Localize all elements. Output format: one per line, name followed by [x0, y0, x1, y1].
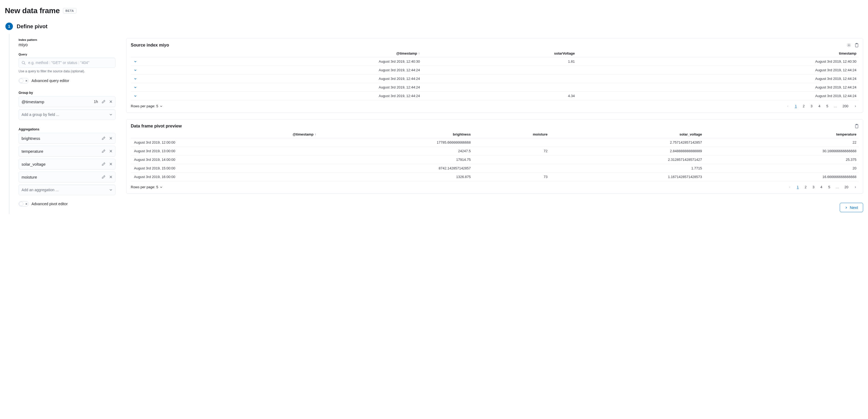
pencil-icon[interactable]	[102, 100, 105, 103]
arrow-up-icon: ↑	[314, 132, 316, 136]
cell: 1.7715	[550, 164, 704, 173]
cell: August 3rd 2019, 12:44:24	[577, 74, 859, 83]
cell	[473, 164, 550, 173]
close-icon[interactable]	[109, 137, 113, 140]
rows-per-page-select[interactable]: Rows per page: 5	[131, 185, 162, 189]
expand-row-button[interactable]	[134, 86, 138, 89]
table-row: August 3rd 2019, 12:40:301.81August 3rd …	[131, 57, 859, 66]
expand-row-button[interactable]	[134, 95, 138, 97]
pager-page[interactable]: 4	[818, 184, 825, 190]
advanced-pivot-label: Advanced pivot editor	[31, 202, 68, 206]
table-row: August 3rd 2019, 12:44:24August 3rd 2019…	[131, 66, 859, 74]
aggregation-chip: temperature	[19, 146, 116, 157]
step-number-badge: 1	[5, 23, 13, 30]
aggregations-add-field[interactable]: Add an aggregation ...	[19, 185, 116, 195]
column-header[interactable]: solar_voltage	[550, 131, 704, 138]
query-input-wrapper[interactable]	[19, 58, 116, 68]
chevron-down-icon	[160, 186, 162, 189]
pager-page[interactable]: 3	[810, 184, 816, 190]
pager-page[interactable]: 1	[793, 103, 799, 109]
gear-icon[interactable]	[847, 43, 851, 47]
cell: 1326.875	[318, 173, 473, 181]
cell: 30.166666666666668	[704, 147, 859, 156]
pencil-icon[interactable]	[102, 175, 105, 179]
close-icon: ✕	[25, 79, 27, 82]
svg-point-2	[848, 45, 849, 46]
cell: August 3rd 2019, 12:44:24	[141, 74, 422, 83]
cell: August 3rd 2019, 12:44:24	[141, 92, 422, 100]
chevron-down-icon	[109, 188, 113, 192]
cell: 2.3128571428571427	[550, 156, 704, 164]
pager-prev[interactable]	[786, 185, 793, 190]
column-header[interactable]: brightness	[318, 131, 473, 138]
expand-row-button[interactable]	[134, 60, 138, 63]
close-icon[interactable]	[109, 175, 113, 179]
pager-next[interactable]	[852, 185, 859, 190]
pager-page[interactable]: 5	[826, 184, 832, 190]
cell: 1.1671428571428573	[550, 173, 704, 181]
cell: August 3rd 2019, 12:44:24	[577, 92, 859, 100]
group-by-interval: 1h	[94, 99, 98, 104]
query-input[interactable]	[28, 60, 113, 65]
column-header[interactable]: solarVoltage	[422, 50, 577, 57]
aggregation-field-name: moisture	[22, 175, 37, 180]
table-row: August 3rd 2019, 12:44:244.34August 3rd …	[131, 92, 859, 100]
pager-page[interactable]: 2	[801, 103, 807, 109]
pager-page[interactable]: 2	[803, 184, 809, 190]
close-icon[interactable]	[109, 162, 113, 166]
close-icon[interactable]	[109, 100, 113, 103]
pager-page[interactable]: 4	[816, 103, 823, 109]
table-row: August 3rd 2019, 12:44:24August 3rd 2019…	[131, 74, 859, 83]
arrow-up-icon: ↑	[418, 52, 420, 55]
advanced-query-label: Advanced query editor	[31, 78, 69, 83]
cell	[473, 156, 550, 164]
expand-row-button[interactable]	[134, 69, 138, 71]
pager-next[interactable]	[852, 104, 859, 109]
pager-ellipsis: …	[834, 184, 841, 190]
rows-per-page-select[interactable]: Rows per page: 5	[131, 104, 162, 108]
cell: 8742.142857142857	[318, 164, 473, 173]
pager-page[interactable]: 3	[809, 103, 815, 109]
cell: 16.666666666666668	[704, 173, 859, 181]
pencil-icon[interactable]	[102, 136, 105, 140]
expand-row-button[interactable]	[134, 77, 138, 80]
column-header[interactable]: temperature	[704, 131, 859, 138]
cell	[422, 74, 577, 83]
aggregation-field-name: brightness	[22, 136, 40, 141]
close-icon: ✕	[25, 202, 27, 205]
clipboard-icon[interactable]	[855, 124, 859, 128]
index-pattern-label: Index pattern	[19, 38, 116, 41]
page-title: New data frame	[5, 6, 60, 15]
pencil-icon[interactable]	[102, 149, 105, 153]
advanced-pivot-toggle[interactable]: ✕	[19, 201, 29, 206]
advanced-query-toggle[interactable]: ✕	[19, 78, 29, 84]
cell: 4.34	[422, 92, 577, 100]
pager-page[interactable]: 5	[824, 103, 830, 109]
cell: August 3rd 2019, 14:00:00	[131, 156, 318, 164]
next-button[interactable]: Next	[840, 203, 863, 212]
column-header[interactable]: timestamp	[577, 50, 859, 57]
source-panel: Source index miyo	[126, 38, 863, 113]
group-by-add-field[interactable]: Add a group by field ...	[19, 109, 116, 120]
column-header-sortable[interactable]: @timestamp↑	[131, 131, 318, 138]
query-label: Query	[19, 53, 116, 56]
pager-page[interactable]: 200	[840, 103, 850, 109]
cell: August 3rd 2019, 12:44:24	[141, 66, 422, 74]
cell: 2.757142857142857	[550, 138, 704, 147]
column-header[interactable]: moisture	[473, 131, 550, 138]
clipboard-icon[interactable]	[855, 43, 859, 47]
cell: August 3rd 2019, 12:40:30	[141, 57, 422, 66]
cell: August 3rd 2019, 13:00:00	[131, 147, 318, 156]
column-header-sortable[interactable]: @timestamp↑	[141, 50, 422, 57]
index-pattern-value: miyo	[19, 42, 116, 47]
pencil-icon[interactable]	[102, 162, 105, 166]
pager-page[interactable]: 20	[842, 184, 850, 190]
cell: 2.848888888888889	[550, 147, 704, 156]
table-row: August 3rd 2019, 14:00:0017914.752.31285…	[131, 156, 859, 164]
pager-prev[interactable]	[784, 104, 791, 109]
cell: 17914.75	[318, 156, 473, 164]
close-icon[interactable]	[109, 150, 113, 153]
pager-page[interactable]: 1	[795, 184, 801, 190]
group-by-chip: @timestamp1h	[19, 96, 116, 107]
cell: August 3rd 2019, 12:40:30	[577, 57, 859, 66]
